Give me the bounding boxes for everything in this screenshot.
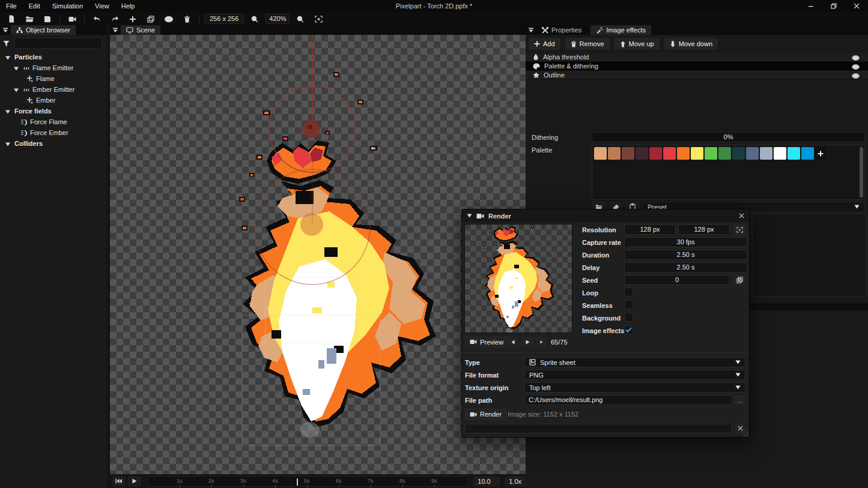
- tab-properties[interactable]: Properties: [536, 25, 587, 35]
- rewind-button[interactable]: [112, 476, 126, 487]
- menu-view[interactable]: View: [89, 0, 115, 12]
- prev-frame-button[interactable]: [508, 337, 518, 347]
- tree-item-force-flame[interactable]: Force Flame: [0, 116, 107, 127]
- dialog-close-button[interactable]: [736, 211, 747, 220]
- file-format-dropdown[interactable]: PNG: [524, 370, 745, 380]
- dialog-resize-grip[interactable]: [742, 430, 748, 436]
- next-frame-button[interactable]: [536, 337, 546, 347]
- playhead[interactable]: [297, 478, 298, 486]
- zoom-level-field[interactable]: 420%: [266, 14, 290, 24]
- palette-swatch[interactable]: [732, 147, 745, 160]
- collapse-arrow-icon[interactable]: [5, 107, 11, 115]
- object-browser-panel-menu-icon[interactable]: [0, 25, 11, 35]
- randomize-seed-button[interactable]: [733, 275, 745, 285]
- resolution-height-input[interactable]: 128 px: [678, 224, 730, 235]
- canvas-size-field[interactable]: 256 x 256: [204, 14, 244, 24]
- render-dialog-header[interactable]: Render: [462, 209, 749, 222]
- duration-input[interactable]: 2.50 s: [624, 250, 747, 260]
- effect-visibility-toggle[interactable]: [852, 71, 860, 79]
- collapse-icon[interactable]: [467, 214, 472, 218]
- palette-swatch[interactable]: [649, 147, 662, 160]
- tree-item-ember-emitter[interactable]: Ember Emitter: [0, 84, 107, 95]
- undo-button[interactable]: [88, 13, 105, 25]
- timeline-speed-button[interactable]: 1.0x: [505, 476, 526, 487]
- palette-swatch[interactable]: [718, 147, 731, 160]
- render-button[interactable]: Render: [464, 408, 507, 420]
- texture-origin-dropdown[interactable]: Top left: [524, 382, 745, 393]
- collapse-arrow-icon[interactable]: [5, 140, 11, 147]
- delay-input[interactable]: 2.50 s: [624, 262, 747, 273]
- background-checkbox[interactable]: [624, 313, 633, 322]
- menu-simulation[interactable]: Simulation: [46, 0, 89, 12]
- palette-swatch[interactable]: [746, 147, 759, 160]
- visibility-button[interactable]: [160, 13, 177, 25]
- palette-swatch[interactable]: [691, 147, 703, 160]
- image-effects-checkbox[interactable]: [624, 325, 633, 334]
- object-filter-input[interactable]: [14, 38, 102, 49]
- tab-scene[interactable]: Scene: [121, 25, 160, 35]
- minimize-button[interactable]: [800, 0, 822, 12]
- collapse-arrow-icon[interactable]: [13, 86, 19, 93]
- save-button[interactable]: [39, 13, 56, 25]
- palette-swatch[interactable]: [677, 147, 690, 160]
- move-down-button[interactable]: Move down: [664, 38, 718, 50]
- seamless-checkbox[interactable]: [624, 300, 633, 309]
- tree-item-force-fields[interactable]: Force fields: [0, 106, 107, 116]
- preview-button[interactable]: Preview: [464, 336, 509, 348]
- palette-scrollbar[interactable]: [860, 147, 863, 197]
- browse-file-button[interactable]: ...: [735, 395, 745, 405]
- palette-swatch[interactable]: [622, 147, 634, 160]
- effect-row-palette-dithering[interactable]: Palette & dithering: [526, 62, 868, 71]
- move-up-button[interactable]: Move up: [615, 38, 660, 50]
- dithering-slider[interactable]: 0%: [592, 132, 865, 142]
- palette-swatch[interactable]: [594, 147, 607, 160]
- loop-checkbox[interactable]: [624, 288, 633, 297]
- menu-edit[interactable]: Edit: [23, 0, 46, 12]
- capture-rate-input[interactable]: 30 fps: [624, 237, 747, 247]
- palette-swatch[interactable]: [760, 147, 772, 160]
- delete-button[interactable]: [178, 13, 195, 25]
- resolution-width-input[interactable]: 128 px: [624, 224, 676, 235]
- tree-item-ember[interactable]: Ember: [0, 95, 107, 106]
- add-color-button[interactable]: [815, 147, 826, 160]
- collapse-arrow-icon[interactable]: [13, 64, 19, 71]
- menu-help[interactable]: Help: [115, 0, 141, 12]
- tree-item-force-ember[interactable]: Force Ember: [0, 127, 107, 138]
- resolution-fit-button[interactable]: [733, 224, 745, 235]
- palette-swatch[interactable]: [788, 147, 800, 160]
- menu-file[interactable]: File: [0, 0, 23, 12]
- tree-item-particles[interactable]: Particles: [0, 52, 107, 62]
- effect-visibility-toggle[interactable]: [852, 62, 860, 70]
- palette-swatch[interactable]: [663, 147, 676, 160]
- type-dropdown[interactable]: Sprite sheet: [524, 357, 745, 367]
- palette-swatch[interactable]: [608, 147, 621, 160]
- timeline-duration-button[interactable]: 10.0 s: [473, 476, 500, 487]
- duplicate-button[interactable]: [142, 13, 159, 25]
- collapse-arrow-icon[interactable]: [5, 53, 11, 61]
- play-button[interactable]: [128, 476, 141, 487]
- restore-button[interactable]: [822, 0, 845, 12]
- palette-swatch[interactable]: [801, 147, 814, 160]
- scene-panel-menu-icon[interactable]: [110, 25, 121, 35]
- palette-swatch[interactable]: [636, 147, 648, 160]
- palette-swatch[interactable]: [705, 147, 717, 160]
- add-object-button[interactable]: [124, 13, 141, 25]
- new-file-button[interactable]: [3, 13, 20, 25]
- close-button[interactable]: [845, 0, 868, 12]
- zoom-in-button[interactable]: [292, 13, 309, 25]
- zoom-out-button[interactable]: [246, 13, 263, 25]
- timeline-track[interactable]: 1s2s3s4s5s6s7s8s9s: [147, 476, 469, 487]
- tree-item-flame-emitter[interactable]: Flame Emitter: [0, 62, 107, 73]
- redo-button[interactable]: [106, 13, 123, 25]
- right-panel-menu-icon[interactable]: [526, 25, 536, 35]
- add-effect-button[interactable]: Add: [529, 38, 560, 50]
- file-path-input[interactable]: C:/Users/moell/result.png: [524, 395, 732, 405]
- tree-item-colliders[interactable]: Colliders: [0, 138, 107, 149]
- palette-swatch[interactable]: [774, 147, 786, 160]
- tree-item-flame[interactable]: Flame: [0, 73, 107, 84]
- effect-row-alpha-threshold[interactable]: Alpha threshold: [526, 53, 868, 62]
- tab-object-browser[interactable]: Object browser: [11, 25, 76, 35]
- remove-effect-button[interactable]: Remove: [565, 38, 610, 50]
- effect-visibility-toggle[interactable]: [852, 53, 860, 61]
- seed-input[interactable]: 0: [624, 275, 730, 285]
